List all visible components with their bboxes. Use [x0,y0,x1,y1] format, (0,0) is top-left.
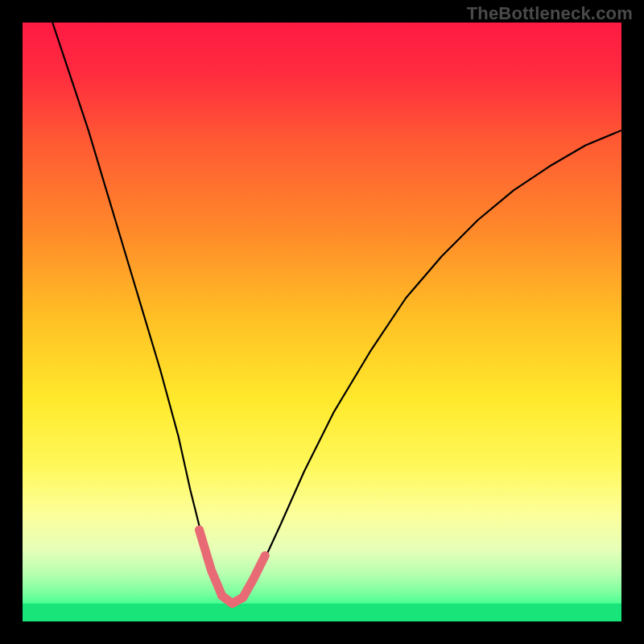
series-group [52,23,621,606]
chart-stage: TheBottleneck.com [0,0,644,644]
series-bottleneck-curve [52,23,621,606]
plot-area [23,23,621,621]
series-marker-band-left [199,530,221,596]
series-marker-band-right [243,555,266,597]
curve-layer [23,23,621,621]
watermark-text: TheBottleneck.com [467,3,633,24]
